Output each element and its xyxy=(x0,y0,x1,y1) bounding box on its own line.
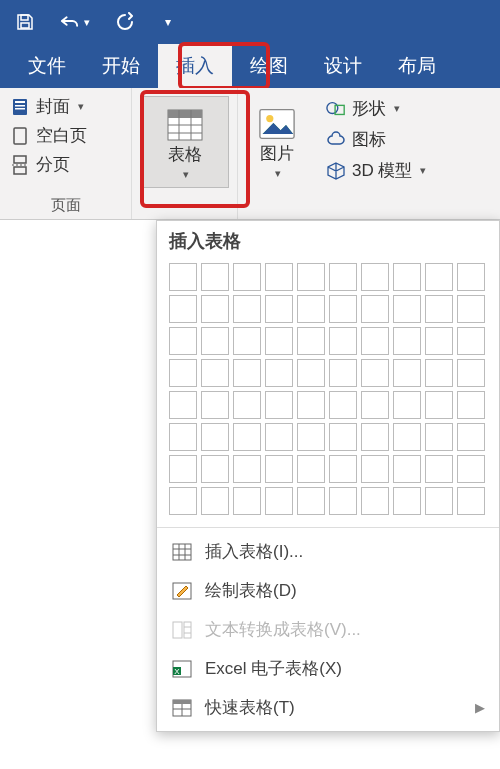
grid-cell[interactable] xyxy=(201,423,229,451)
grid-cell[interactable] xyxy=(361,487,389,515)
grid-cell[interactable] xyxy=(201,263,229,291)
grid-cell[interactable] xyxy=(201,487,229,515)
grid-cell[interactable] xyxy=(297,359,325,387)
page-break-button[interactable]: 分页 xyxy=(8,152,123,177)
table-grid-picker[interactable] xyxy=(157,259,499,525)
grid-cell[interactable] xyxy=(457,423,485,451)
grid-cell[interactable] xyxy=(393,487,421,515)
draw-table-item[interactable]: 绘制表格(D) xyxy=(157,571,499,610)
grid-cell[interactable] xyxy=(233,327,261,355)
grid-cell[interactable] xyxy=(329,391,357,419)
tab-draw[interactable]: 绘图 xyxy=(232,44,306,88)
grid-cell[interactable] xyxy=(425,423,453,451)
grid-cell[interactable] xyxy=(457,295,485,323)
grid-cell[interactable] xyxy=(169,295,197,323)
grid-cell[interactable] xyxy=(329,295,357,323)
grid-cell[interactable] xyxy=(329,359,357,387)
cover-page-button[interactable]: 封面 ▾ xyxy=(8,94,123,119)
grid-cell[interactable] xyxy=(457,391,485,419)
grid-cell[interactable] xyxy=(169,455,197,483)
grid-cell[interactable] xyxy=(425,263,453,291)
grid-cell[interactable] xyxy=(201,391,229,419)
insert-table-item[interactable]: 插入表格(I)... xyxy=(157,532,499,571)
grid-cell[interactable] xyxy=(329,487,357,515)
grid-cell[interactable] xyxy=(201,455,229,483)
grid-cell[interactable] xyxy=(361,327,389,355)
grid-cell[interactable] xyxy=(361,359,389,387)
grid-cell[interactable] xyxy=(201,295,229,323)
3d-models-button[interactable]: 3D 模型 ▾ xyxy=(324,158,492,183)
grid-cell[interactable] xyxy=(393,391,421,419)
grid-cell[interactable] xyxy=(169,423,197,451)
grid-cell[interactable] xyxy=(297,391,325,419)
grid-cell[interactable] xyxy=(233,455,261,483)
grid-cell[interactable] xyxy=(393,359,421,387)
grid-cell[interactable] xyxy=(457,327,485,355)
grid-cell[interactable] xyxy=(297,263,325,291)
shapes-button[interactable]: 形状 ▾ xyxy=(324,96,492,121)
grid-cell[interactable] xyxy=(265,263,293,291)
grid-cell[interactable] xyxy=(425,391,453,419)
grid-cell[interactable] xyxy=(393,295,421,323)
grid-cell[interactable] xyxy=(169,327,197,355)
grid-cell[interactable] xyxy=(297,455,325,483)
grid-cell[interactable] xyxy=(297,327,325,355)
tab-layout[interactable]: 布局 xyxy=(380,44,454,88)
grid-cell[interactable] xyxy=(393,455,421,483)
grid-cell[interactable] xyxy=(233,263,261,291)
grid-cell[interactable] xyxy=(297,423,325,451)
grid-cell[interactable] xyxy=(169,263,197,291)
icons-button[interactable]: 图标 xyxy=(324,127,492,152)
grid-cell[interactable] xyxy=(265,359,293,387)
blank-page-button[interactable]: 空白页 xyxy=(8,123,123,148)
grid-cell[interactable] xyxy=(329,423,357,451)
grid-cell[interactable] xyxy=(265,455,293,483)
tab-file[interactable]: 文件 xyxy=(10,44,84,88)
grid-cell[interactable] xyxy=(169,487,197,515)
grid-cell[interactable] xyxy=(361,423,389,451)
tab-design[interactable]: 设计 xyxy=(306,44,380,88)
grid-cell[interactable] xyxy=(233,295,261,323)
grid-cell[interactable] xyxy=(457,455,485,483)
grid-cell[interactable] xyxy=(233,487,261,515)
grid-cell[interactable] xyxy=(265,391,293,419)
tab-insert[interactable]: 插入 xyxy=(158,44,232,88)
grid-cell[interactable] xyxy=(233,359,261,387)
grid-cell[interactable] xyxy=(169,391,197,419)
grid-cell[interactable] xyxy=(297,295,325,323)
table-split-button[interactable]: 表格 ▾ xyxy=(140,96,229,188)
grid-cell[interactable] xyxy=(265,327,293,355)
grid-cell[interactable] xyxy=(361,455,389,483)
grid-cell[interactable] xyxy=(361,295,389,323)
pictures-button[interactable]: 图片 ▾ xyxy=(246,94,308,182)
grid-cell[interactable] xyxy=(265,423,293,451)
grid-cell[interactable] xyxy=(233,423,261,451)
grid-cell[interactable] xyxy=(201,359,229,387)
grid-cell[interactable] xyxy=(393,327,421,355)
grid-cell[interactable] xyxy=(329,263,357,291)
grid-cell[interactable] xyxy=(361,263,389,291)
excel-spreadsheet-item[interactable]: X Excel 电子表格(X) xyxy=(157,649,499,688)
quick-tables-item[interactable]: 快速表格(T) ▶ xyxy=(157,688,499,727)
grid-cell[interactable] xyxy=(297,487,325,515)
grid-cell[interactable] xyxy=(361,391,389,419)
grid-cell[interactable] xyxy=(425,455,453,483)
grid-cell[interactable] xyxy=(265,487,293,515)
grid-cell[interactable] xyxy=(425,359,453,387)
grid-cell[interactable] xyxy=(425,295,453,323)
grid-cell[interactable] xyxy=(201,327,229,355)
redo-button[interactable] xyxy=(108,6,140,38)
grid-cell[interactable] xyxy=(169,359,197,387)
qat-customize-button[interactable]: ▾ xyxy=(158,6,176,38)
grid-cell[interactable] xyxy=(457,359,485,387)
grid-cell[interactable] xyxy=(233,391,261,419)
grid-cell[interactable] xyxy=(457,487,485,515)
undo-dropdown-icon[interactable]: ▾ xyxy=(84,16,90,29)
grid-cell[interactable] xyxy=(393,423,421,451)
grid-cell[interactable] xyxy=(329,327,357,355)
undo-button[interactable]: ▾ xyxy=(58,6,90,38)
tab-home[interactable]: 开始 xyxy=(84,44,158,88)
grid-cell[interactable] xyxy=(329,455,357,483)
grid-cell[interactable] xyxy=(425,327,453,355)
grid-cell[interactable] xyxy=(457,263,485,291)
